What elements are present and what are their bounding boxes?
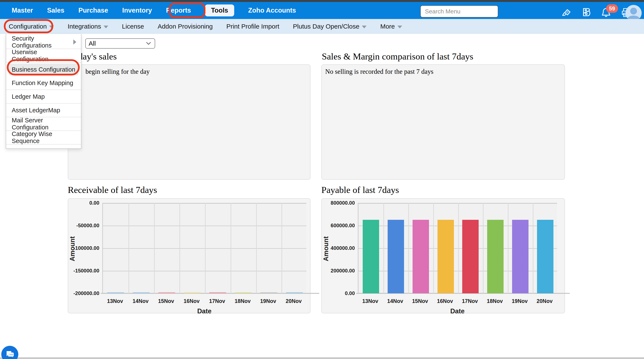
- nav-item-sales[interactable]: Sales: [47, 7, 64, 14]
- bar-17nov: [209, 292, 226, 293]
- bar-14nov: [133, 292, 150, 293]
- top-navigation-bar: MasterSalesPurchaseInventoryReportsTools…: [0, 2, 644, 19]
- plot-area: [358, 203, 557, 293]
- configuration-dropdown-menu: Security ConfigurationsUserwise Configur…: [6, 34, 82, 149]
- submenu-item-configuration[interactable]: Configuration: [9, 23, 54, 30]
- dropdown-item-label: Function Key Mapping: [12, 80, 73, 87]
- branch-select[interactable]: All: [85, 38, 155, 49]
- bar-15nov: [158, 292, 175, 293]
- y-gridline: [103, 271, 306, 271]
- bar-18nov: [235, 292, 252, 293]
- submenu-item-more[interactable]: More: [380, 23, 402, 30]
- nav-item-purchase[interactable]: Purchase: [78, 7, 108, 14]
- chat-fab-button[interactable]: [1, 346, 18, 359]
- chat-bubbles-icon: [5, 349, 15, 359]
- dropdown-item-label: Security Configurations: [12, 35, 76, 49]
- x-tick-label: 13Nov: [358, 298, 383, 304]
- x-gridline: [230, 203, 231, 293]
- bar-13nov: [363, 220, 379, 293]
- submenu-item-label: Print Profile Import: [226, 23, 279, 30]
- x-tick-label: 17Nov: [204, 298, 230, 304]
- submenu-item-label: Integrations: [68, 23, 101, 30]
- x-gridline: [483, 203, 484, 293]
- sales-margin-message: No selling is recorded for the past 7 da…: [325, 68, 434, 76]
- avatar-head: [630, 8, 637, 15]
- submenu-item-integrations[interactable]: Integrations: [68, 23, 108, 30]
- submenu-item-license[interactable]: License: [122, 23, 144, 30]
- bar-15nov: [412, 220, 429, 293]
- payable-title: Payable of last 7days: [321, 185, 399, 195]
- y-tick-label: 0.00: [68, 200, 99, 206]
- bar-19nov: [512, 220, 528, 293]
- dropdown-item-userwise-configuration[interactable]: Userwise Configuration: [6, 49, 81, 63]
- dropdown-item-business-configuration[interactable]: Business Configuration: [6, 63, 81, 76]
- x-axis-label: Date: [358, 307, 557, 315]
- x-gridline: [458, 203, 459, 293]
- x-tick-label: 18Nov: [230, 298, 256, 304]
- bar-16nov: [184, 292, 201, 293]
- bar-18nov: [487, 220, 504, 293]
- y-gridline: [103, 248, 306, 249]
- x-gridline: [282, 203, 282, 293]
- x-tick-label: 14Nov: [128, 298, 154, 304]
- x-tick-label: 13Nov: [102, 298, 128, 304]
- dropdown-item-asset-ledgermap[interactable]: Asset LedgerMap: [6, 104, 81, 117]
- submenu-item-plutus-day-open-close[interactable]: Plutus Day Open/Close: [293, 23, 367, 30]
- x-tick-label: 18Nov: [482, 298, 507, 304]
- submenu-item-addon-provisioning[interactable]: Addon Provisioning: [158, 23, 213, 30]
- submenu-item-print-profile-import[interactable]: Print Profile Import: [226, 23, 279, 30]
- today-sales-panel: begin selling for the day: [68, 64, 310, 180]
- submenu-item-label: Configuration: [9, 23, 47, 30]
- nav-item-master[interactable]: Master: [12, 7, 33, 14]
- x-gridline: [508, 203, 508, 293]
- caret-down-icon: [398, 26, 402, 28]
- x-tick-label: 20Nov: [532, 298, 557, 304]
- x-tick-label: 14Nov: [383, 298, 408, 304]
- dropdown-item-label: Userwise Configuration: [12, 49, 76, 63]
- dropdown-item-label: Mail Server Configuration: [12, 117, 76, 131]
- search-input[interactable]: [420, 5, 498, 18]
- branch-select-value: All: [89, 40, 96, 47]
- dropdown-item-label: Asset LedgerMap: [12, 107, 60, 114]
- caret-down-icon: [104, 26, 108, 28]
- plot-area: [102, 203, 306, 293]
- x-tick-label: 20Nov: [281, 298, 306, 304]
- sales-margin-title: Sales & Margin comparison of last 7days: [322, 51, 473, 62]
- notification-badge: 59: [606, 4, 618, 13]
- window-bottom-edge: [0, 357, 644, 359]
- zoho-books-icon[interactable]: [580, 7, 592, 18]
- x-gridline: [128, 203, 129, 293]
- y-tick-label: -150000.00: [68, 268, 99, 274]
- y-tick-label: 800000.00: [322, 200, 355, 206]
- window-top-strip: [0, 0, 644, 2]
- x-gridline: [433, 203, 434, 293]
- submenu-arrow-icon: [73, 40, 76, 45]
- nav-item-tools[interactable]: Tools: [205, 5, 234, 17]
- user-avatar[interactable]: [626, 5, 642, 21]
- submenu-item-label: Addon Provisioning: [158, 23, 213, 30]
- x-gridline: [180, 203, 180, 293]
- y-gridline: [103, 226, 306, 226]
- dropdown-item-ledger-map[interactable]: Ledger Map: [6, 90, 81, 104]
- nav-item-reports[interactable]: Reports: [166, 7, 191, 14]
- paint-brush-icon[interactable]: [560, 7, 572, 18]
- dropdown-item-function-key-mapping[interactable]: Function Key Mapping: [6, 76, 81, 90]
- y-tick-label: -200000.00: [68, 290, 99, 296]
- bar-20nov: [537, 220, 554, 293]
- bar-19nov: [260, 292, 277, 293]
- x-gridline: [256, 203, 257, 293]
- y-axis-label: Amount: [322, 236, 330, 262]
- dropdown-item-category-wise-sequence[interactable]: Category Wise Sequence: [6, 131, 81, 145]
- nav-item-zoho-accounts[interactable]: Zoho Accounts: [248, 7, 296, 14]
- y-tick-label: 200000.00: [322, 268, 355, 274]
- y-tick-label: 600000.00: [322, 223, 355, 228]
- dropdown-item-security-configurations[interactable]: Security Configurations: [6, 35, 81, 49]
- x-gridline: [205, 203, 206, 293]
- bar-13nov: [107, 292, 124, 293]
- dropdown-item-mail-server-configuration[interactable]: Mail Server Configuration: [6, 117, 81, 131]
- x-tick-label: 17Nov: [458, 298, 482, 304]
- bell-icon[interactable]: 59: [600, 7, 612, 18]
- submenu-item-label: License: [122, 23, 144, 30]
- caret-down-icon: [49, 26, 54, 28]
- nav-item-inventory[interactable]: Inventory: [122, 7, 152, 14]
